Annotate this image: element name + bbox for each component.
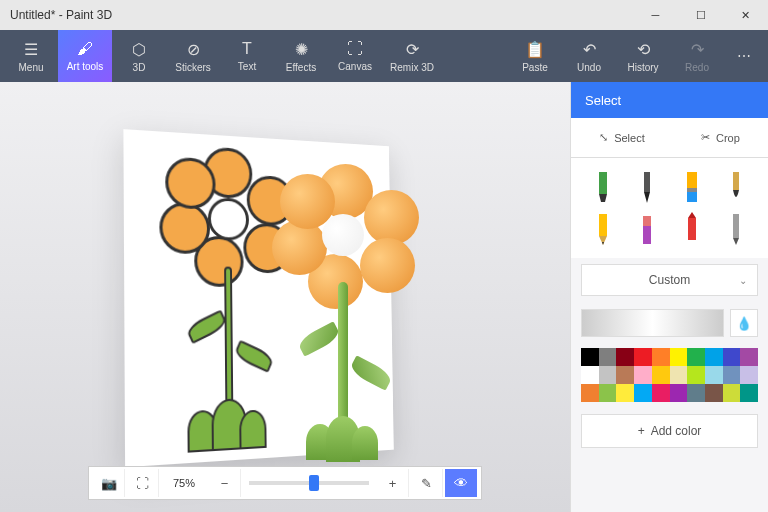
chevron-down-icon: ⌄: [739, 275, 747, 286]
oil-brush[interactable]: [672, 168, 712, 206]
plus-icon: +: [638, 424, 645, 438]
watercolor-brush[interactable]: [716, 168, 756, 206]
color-swatch[interactable]: [740, 384, 758, 402]
menu-icon: ☰: [24, 40, 38, 59]
current-color-preview[interactable]: [581, 309, 724, 337]
pencil-brush[interactable]: [583, 210, 623, 248]
svg-rect-11: [643, 216, 651, 226]
color-swatch[interactable]: [581, 366, 599, 384]
color-swatch[interactable]: [634, 348, 652, 366]
color-swatch[interactable]: [670, 366, 688, 384]
color-swatch[interactable]: [670, 384, 688, 402]
paste-icon: 📋: [525, 40, 545, 59]
3d-tab[interactable]: ⬡ 3D: [112, 30, 166, 82]
remix-3d-tab[interactable]: ⟳ Remix 3D: [382, 30, 442, 82]
color-swatch[interactable]: [705, 366, 723, 384]
color-swatch[interactable]: [581, 348, 599, 366]
more-button[interactable]: ⋯: [724, 30, 764, 82]
menu-button[interactable]: ☰ Menu: [4, 30, 58, 82]
svg-rect-6: [687, 192, 697, 202]
close-button[interactable]: ✕: [723, 0, 768, 30]
redo-icon: ↷: [691, 40, 704, 59]
paste-button[interactable]: 📋 Paste: [508, 30, 562, 82]
history-button[interactable]: ⟲ History: [616, 30, 670, 82]
window-title: Untitled* - Paint 3D: [10, 8, 112, 22]
cursor-icon: ⤡: [599, 131, 608, 144]
eyedropper-button[interactable]: 💧: [730, 309, 758, 337]
color-swatch[interactable]: [634, 366, 652, 384]
color-swatch[interactable]: [599, 384, 617, 402]
pixel-pen-brush[interactable]: [716, 210, 756, 248]
panel-header: Select: [571, 82, 768, 118]
color-swatch[interactable]: [687, 348, 705, 366]
color-swatch[interactable]: [599, 348, 617, 366]
color-swatch[interactable]: [687, 366, 705, 384]
color-swatch[interactable]: [670, 348, 688, 366]
undo-button[interactable]: ↶ Undo: [562, 30, 616, 82]
fit-screen-button[interactable]: ⛶: [127, 469, 159, 497]
color-swatch[interactable]: [616, 384, 634, 402]
window-controls: ─ ☐ ✕: [633, 0, 768, 30]
view-mode-button[interactable]: 👁: [445, 469, 477, 497]
svg-marker-3: [644, 192, 650, 203]
zoom-in-button[interactable]: +: [377, 469, 409, 497]
art-tools-tab[interactable]: 🖌 Art tools: [58, 30, 112, 82]
crayon-brush[interactable]: [672, 210, 712, 248]
edit-mode-button[interactable]: ✎: [411, 469, 443, 497]
camera-button[interactable]: 📷: [93, 469, 125, 497]
color-swatch[interactable]: [740, 366, 758, 384]
svg-marker-10: [602, 242, 604, 245]
color-swatch[interactable]: [705, 348, 723, 366]
color-swatch[interactable]: [723, 384, 741, 402]
text-tab[interactable]: T Text: [220, 30, 274, 82]
redo-button[interactable]: ↷ Redo: [670, 30, 724, 82]
add-color-button[interactable]: + Add color: [581, 414, 758, 448]
canvas-tab[interactable]: ⛶ Canvas: [328, 30, 382, 82]
color-swatch[interactable]: [705, 384, 723, 402]
svg-marker-16: [733, 238, 739, 245]
main-toolbar: ☰ Menu 🖌 Art tools ⬡ 3D ⊘ Stickers T Tex…: [0, 30, 768, 82]
color-swatch[interactable]: [723, 348, 741, 366]
effects-icon: ✺: [295, 40, 308, 59]
brush-icon: 🖌: [77, 40, 93, 58]
zoom-slider[interactable]: [249, 481, 369, 485]
undo-icon: ↶: [583, 40, 596, 59]
color-swatch[interactable]: [581, 384, 599, 402]
side-panel: Select ⤡ Select ✂ Crop Custom ⌄: [570, 82, 768, 512]
select-tool[interactable]: ⤡ Select: [599, 131, 645, 144]
zoom-out-button[interactable]: −: [209, 469, 241, 497]
calligraphy-brush[interactable]: [627, 168, 667, 206]
color-swatch[interactable]: [616, 366, 634, 384]
color-swatch[interactable]: [634, 384, 652, 402]
text-icon: T: [242, 40, 252, 58]
eraser-brush[interactable]: [627, 210, 667, 248]
svg-rect-13: [688, 218, 696, 240]
svg-marker-1: [599, 194, 607, 202]
zoom-percent: 75%: [161, 477, 207, 489]
canvas-area[interactable]: 📷 ⛶ 75% − + ✎ 👁: [0, 82, 570, 512]
crop-tool[interactable]: ✂ Crop: [701, 131, 740, 144]
color-swatch[interactable]: [652, 366, 670, 384]
svg-marker-14: [688, 212, 696, 218]
color-swatch[interactable]: [599, 366, 617, 384]
thickness-dropdown[interactable]: Custom ⌄: [581, 264, 758, 296]
color-palette: [581, 348, 758, 402]
effects-tab[interactable]: ✺ Effects: [274, 30, 328, 82]
color-swatch[interactable]: [723, 366, 741, 384]
sticker-icon: ⊘: [187, 40, 200, 59]
color-swatch[interactable]: [652, 348, 670, 366]
svg-rect-7: [733, 172, 739, 190]
color-swatch[interactable]: [616, 348, 634, 366]
brush-palette: [571, 158, 768, 258]
svg-rect-4: [687, 172, 697, 188]
color-swatch[interactable]: [687, 384, 705, 402]
color-swatch[interactable]: [740, 348, 758, 366]
svg-rect-8: [599, 214, 607, 236]
svg-rect-2: [644, 172, 650, 192]
color-swatch[interactable]: [652, 384, 670, 402]
svg-rect-12: [643, 226, 651, 244]
stickers-tab[interactable]: ⊘ Stickers: [166, 30, 220, 82]
maximize-button[interactable]: ☐: [678, 0, 723, 30]
marker-brush[interactable]: [583, 168, 623, 206]
minimize-button[interactable]: ─: [633, 0, 678, 30]
